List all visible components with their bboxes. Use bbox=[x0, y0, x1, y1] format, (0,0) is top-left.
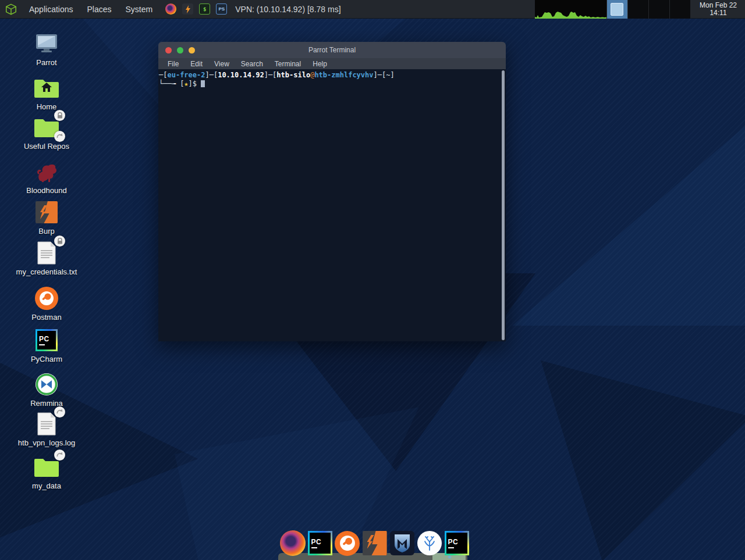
terminal-cursor bbox=[201, 80, 205, 87]
zap-icon[interactable] bbox=[182, 3, 193, 15]
clock-time: 14:11 bbox=[695, 9, 742, 17]
icon-label: Parrot bbox=[9, 58, 84, 67]
menu-applications[interactable]: Applications bbox=[22, 0, 80, 19]
desktop-icon-parrot[interactable]: Parrot bbox=[9, 30, 84, 67]
desktop-icon-remmina[interactable]: Remmina bbox=[9, 371, 84, 408]
text-file-icon bbox=[37, 241, 56, 265]
vpn-status: VPN: (10.10.14.92) [8.78 ms] bbox=[235, 5, 340, 14]
workspace-switcher bbox=[606, 0, 690, 19]
terminal-icon[interactable]: $ bbox=[199, 3, 210, 15]
menu-help[interactable]: Help bbox=[307, 60, 333, 68]
burp-icon bbox=[36, 201, 58, 223]
icon-label: Home bbox=[9, 102, 84, 111]
terminal-scrollbar[interactable] bbox=[502, 70, 505, 340]
lock-emblem-icon bbox=[54, 236, 65, 247]
workspace-4[interactable] bbox=[669, 0, 690, 19]
dock-pycharm[interactable]: PC bbox=[307, 530, 333, 557]
prompt-line-1: ─[eu-free-2]─[10.10.14.92]─[htb-silo@htb… bbox=[159, 71, 506, 80]
menu-view[interactable]: View bbox=[208, 60, 235, 68]
remmina-icon bbox=[35, 373, 58, 396]
bloodhound-icon bbox=[34, 159, 59, 184]
icon-label: Useful Repos bbox=[9, 142, 84, 151]
home-folder-icon bbox=[33, 77, 60, 99]
menu-file[interactable]: File bbox=[162, 60, 185, 68]
terminal-menubar: File Edit View Search Terminal Help bbox=[158, 58, 506, 69]
pycharm-icon: PC bbox=[445, 531, 469, 555]
computer-icon bbox=[34, 33, 59, 55]
desktop-icon-home[interactable]: Home bbox=[9, 74, 84, 111]
parrot-menu-icon[interactable] bbox=[5, 3, 17, 16]
workspace-1[interactable] bbox=[606, 0, 627, 19]
panel-launchers: $ PS bbox=[165, 3, 227, 15]
dock-burp[interactable] bbox=[361, 530, 388, 557]
desktop-icon-useful-repos[interactable]: Useful Repos bbox=[9, 114, 84, 151]
menu-system[interactable]: System bbox=[119, 0, 160, 19]
desktop-icon-burp[interactable]: Burp bbox=[9, 199, 84, 236]
menu-places[interactable]: Places bbox=[80, 0, 119, 19]
terminal-titlebar[interactable]: Parrot Terminal bbox=[158, 42, 506, 58]
cpu-history-graph bbox=[535, 0, 606, 19]
pycharm-icon: PC bbox=[308, 531, 332, 555]
icon-label: Remmina bbox=[9, 399, 84, 408]
dock: PC PC bbox=[279, 530, 470, 557]
link-emblem-icon bbox=[54, 406, 65, 418]
desktop-icon-my-data[interactable]: my_data bbox=[9, 454, 84, 490]
menu-terminal[interactable]: Terminal bbox=[269, 60, 307, 68]
workspace-3[interactable] bbox=[648, 0, 669, 19]
top-panel: Applications Places System $ PS VPN: (10… bbox=[0, 0, 745, 19]
desktop-icon-bloodhound[interactable]: Bloodhound bbox=[9, 158, 84, 195]
icon-label: my_data bbox=[9, 481, 84, 490]
workspace-window-thumb bbox=[611, 3, 623, 16]
dock-postman[interactable] bbox=[334, 530, 360, 557]
dock-coral-app[interactable] bbox=[416, 530, 442, 557]
window-title: Parrot Terminal bbox=[158, 46, 506, 54]
lock-emblem-icon bbox=[54, 110, 65, 121]
icon-label: Burp bbox=[9, 227, 84, 236]
dock-firefox[interactable] bbox=[279, 530, 306, 557]
firefox-icon bbox=[280, 530, 306, 556]
clock-date: Mon Feb 22 bbox=[695, 2, 742, 9]
desktop-icon-htb-vpn-logs[interactable]: htb_vpn_logs.log bbox=[9, 411, 84, 447]
menu-search[interactable]: Search bbox=[235, 60, 269, 68]
workspace-2[interactable] bbox=[627, 0, 648, 19]
icon-label: htb_vpn_logs.log bbox=[9, 438, 84, 447]
desktop-icon-my-credentials[interactable]: my_credentials.txt bbox=[9, 240, 84, 276]
terminal-window: Parrot Terminal File Edit View Search Te… bbox=[158, 42, 506, 341]
link-emblem-icon bbox=[54, 450, 65, 461]
icon-label: Postman bbox=[9, 313, 84, 322]
icon-label: my_credentials.txt bbox=[9, 267, 84, 276]
dock-metasploit[interactable] bbox=[389, 530, 415, 557]
desktop-icon-pycharm[interactable]: PC PyCharm bbox=[9, 327, 84, 363]
desktop-icon-postman[interactable]: Postman bbox=[9, 285, 84, 322]
text-file-icon bbox=[37, 412, 56, 436]
link-emblem-icon bbox=[54, 131, 65, 142]
metasploit-icon bbox=[390, 531, 414, 555]
pycharm-icon: PC bbox=[36, 329, 58, 351]
burp-icon bbox=[363, 531, 387, 555]
coral-app-icon bbox=[417, 531, 442, 555]
icon-label: Bloodhound bbox=[9, 186, 84, 195]
terminal-output[interactable]: ─[eu-free-2]─[10.10.14.92]─[htb-silo@htb… bbox=[158, 69, 506, 341]
powershell-icon[interactable]: PS bbox=[216, 3, 227, 15]
menu-edit[interactable]: Edit bbox=[185, 60, 208, 68]
postman-icon bbox=[35, 287, 58, 310]
dock-pycharm-2[interactable]: PC bbox=[444, 530, 470, 557]
clock[interactable]: Mon Feb 22 14:11 bbox=[695, 2, 742, 17]
icon-label: PyCharm bbox=[9, 355, 84, 363]
postman-icon bbox=[335, 531, 360, 556]
firefox-icon[interactable] bbox=[165, 3, 176, 15]
prompt-line-2: └──╼ [★]$ bbox=[159, 80, 506, 88]
